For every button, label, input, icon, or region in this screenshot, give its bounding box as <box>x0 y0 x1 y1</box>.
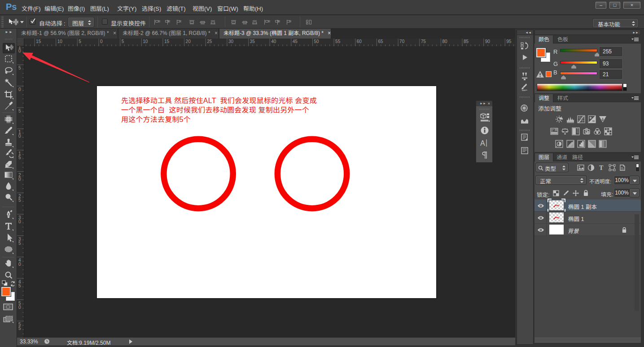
svg-text:90: 90 <box>485 39 491 44</box>
svg-text:A: A <box>480 139 485 147</box>
svg-text:10: 10 <box>143 39 148 44</box>
svg-text:35: 35 <box>250 39 255 44</box>
svg-text:30: 30 <box>228 39 234 44</box>
svg-text:45: 45 <box>293 39 298 44</box>
svg-text:80: 80 <box>442 39 447 44</box>
svg-text:65: 65 <box>378 39 383 44</box>
svg-text:95: 95 <box>506 39 512 44</box>
svg-text:0: 0 <box>100 39 103 44</box>
svg-text:T: T <box>599 165 604 171</box>
svg-text:55: 55 <box>335 39 341 44</box>
svg-text:50: 50 <box>314 39 320 44</box>
svg-text:85: 85 <box>464 39 469 44</box>
svg-text:15: 15 <box>36 39 41 44</box>
svg-text:15: 15 <box>164 39 170 44</box>
svg-text:70: 70 <box>399 39 405 44</box>
svg-text:5: 5 <box>122 39 124 44</box>
svg-text:25: 25 <box>207 39 212 44</box>
svg-text:20: 20 <box>186 39 191 44</box>
svg-text:5: 5 <box>79 39 81 44</box>
svg-text:60: 60 <box>357 39 362 44</box>
svg-text:10: 10 <box>57 39 63 44</box>
svg-text:75: 75 <box>421 39 426 44</box>
svg-text:40: 40 <box>271 39 276 44</box>
